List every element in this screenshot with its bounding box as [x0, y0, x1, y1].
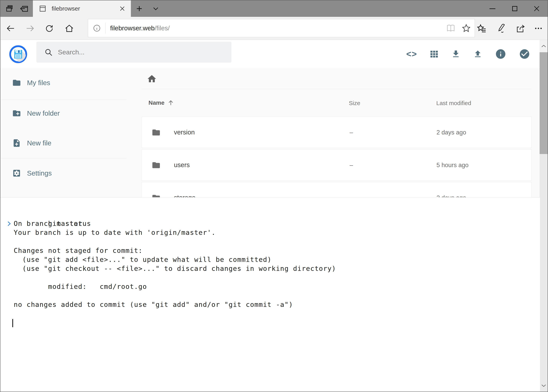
minimize-button[interactable]: [484, 0, 501, 17]
sidebar-item-new-folder[interactable]: New folder: [0, 105, 130, 122]
new-tab-button[interactable]: +: [132, 0, 147, 17]
sidebar-item-settings[interactable]: Settings: [0, 165, 130, 182]
new-folder-icon: [12, 109, 21, 118]
browser-tab[interactable]: filebrowser: [33, 0, 131, 17]
filebrowser-logo[interactable]: [9, 45, 28, 63]
breadcrumb-home-icon[interactable]: [146, 73, 157, 84]
file-modified: 2 days ago: [437, 129, 466, 136]
url-path: /files/: [155, 24, 170, 32]
refresh-icon[interactable]: [41, 17, 58, 40]
terminal-output-line: [0, 273, 540, 282]
column-header-size[interactable]: Size: [349, 100, 360, 106]
sort-ascending-icon: [167, 99, 174, 106]
sidebar-divider: [1, 158, 127, 158]
terminal-output-line: Changes not staged for commit:: [0, 246, 540, 255]
terminal-prompt-line: git status: [0, 201, 540, 210]
file-row-version[interactable]: version – 2 days ago: [142, 117, 532, 148]
sidebar-item-label: Settings: [27, 169, 52, 177]
hub-favorites-icon[interactable]: [473, 17, 490, 40]
sidebar-item-label: New folder: [27, 109, 60, 117]
reading-view-icon[interactable]: [446, 24, 456, 33]
maximize-button[interactable]: [506, 0, 523, 17]
title-bar: filebrowser +: [0, 0, 548, 17]
scrollbar-thumb[interactable]: [540, 52, 548, 154]
settings-more-icon[interactable]: [530, 17, 547, 40]
terminal-output-line: On branch master: [0, 219, 540, 228]
terminal-output-line: Your branch is up to date with 'origin/m…: [0, 228, 540, 237]
folder-icon: [152, 161, 161, 170]
terminal-output-line: no changes added to commit (use "git add…: [0, 300, 540, 309]
terminal-blank-line: [0, 309, 540, 318]
terminal-output-line: [0, 210, 540, 219]
tab-title: filebrowser: [52, 5, 116, 12]
terminal-output-line: (use "git add <file>..." to update what …: [0, 255, 540, 264]
filebrowser-app: <>: [0, 40, 540, 392]
terminal-output-line: [0, 291, 540, 300]
web-note-pen-icon[interactable]: [492, 17, 509, 40]
search-box[interactable]: [36, 42, 231, 63]
upload-icon[interactable]: [473, 49, 482, 59]
app-header: <>: [0, 40, 540, 68]
page-scrollbar[interactable]: [540, 40, 548, 392]
sidebar-item-label: My files: [27, 79, 50, 87]
site-info-icon[interactable]: [92, 24, 101, 33]
favorite-star-icon[interactable]: [461, 23, 471, 33]
raw-code-view-icon[interactable]: <>: [406, 49, 417, 59]
search-icon: [44, 48, 53, 56]
download-icon[interactable]: [451, 49, 461, 59]
tab-list-chevron-icon[interactable]: [148, 0, 163, 17]
list-header: Name Size Last modified: [142, 99, 532, 111]
folder-icon: [152, 128, 161, 137]
folder-icon: [12, 78, 21, 87]
breadcrumb-divider: [142, 89, 532, 89]
terminal-output-line: modified: cmd/root.go: [0, 282, 540, 291]
sidebar-item-new-file[interactable]: New file: [0, 134, 130, 152]
terminal-panel[interactable]: git status On branch master Your branch …: [0, 197, 540, 392]
share-icon[interactable]: [512, 17, 529, 40]
forward-icon[interactable]: [21, 17, 39, 40]
url-text[interactable]: filebrowser.web/files/: [110, 24, 446, 32]
file-name: version: [174, 129, 195, 136]
back-icon[interactable]: [2, 17, 19, 40]
select-check-icon[interactable]: [519, 48, 530, 60]
file-size: –: [350, 129, 353, 136]
browser-toolbar: filebrowser.web/files/: [0, 17, 548, 40]
sidebar-item-label: New file: [27, 139, 51, 147]
settings-gear-icon: [12, 169, 21, 178]
column-header-name[interactable]: Name: [148, 99, 174, 106]
column-header-modified[interactable]: Last modified: [436, 100, 471, 106]
address-bar[interactable]: filebrowser.web/files/: [88, 19, 475, 37]
terminal-output-line: (use "git checkout -- <file>..." to disc…: [0, 264, 540, 273]
terminal-output-line: [0, 237, 540, 246]
tab-preview-icon[interactable]: [3, 0, 16, 17]
home-icon[interactable]: [61, 17, 78, 40]
file-row-users[interactable]: users – 5 hours ago: [142, 149, 532, 181]
set-tabs-aside-icon[interactable]: [18, 0, 30, 17]
new-file-icon: [12, 139, 21, 147]
file-size: –: [350, 162, 353, 169]
terminal-cursor: [12, 319, 13, 327]
url-host: filebrowser.web: [110, 24, 155, 32]
sidebar-item-my-files[interactable]: My files: [0, 74, 130, 91]
address-divider: [105, 23, 105, 34]
close-button[interactable]: [528, 0, 545, 17]
tab-close-icon[interactable]: [116, 3, 128, 14]
file-modified: 5 hours ago: [437, 162, 469, 169]
grid-view-icon[interactable]: [430, 49, 439, 58]
browser-window: filebrowser +: [0, 0, 548, 392]
search-input[interactable]: [58, 48, 218, 56]
scroll-up-icon[interactable]: [540, 40, 548, 52]
info-icon[interactable]: [495, 48, 506, 60]
terminal-cursor-line: [0, 318, 540, 327]
file-name: users: [174, 161, 190, 169]
tab-page-icon: [39, 5, 47, 13]
scroll-down-icon[interactable]: [540, 379, 548, 392]
